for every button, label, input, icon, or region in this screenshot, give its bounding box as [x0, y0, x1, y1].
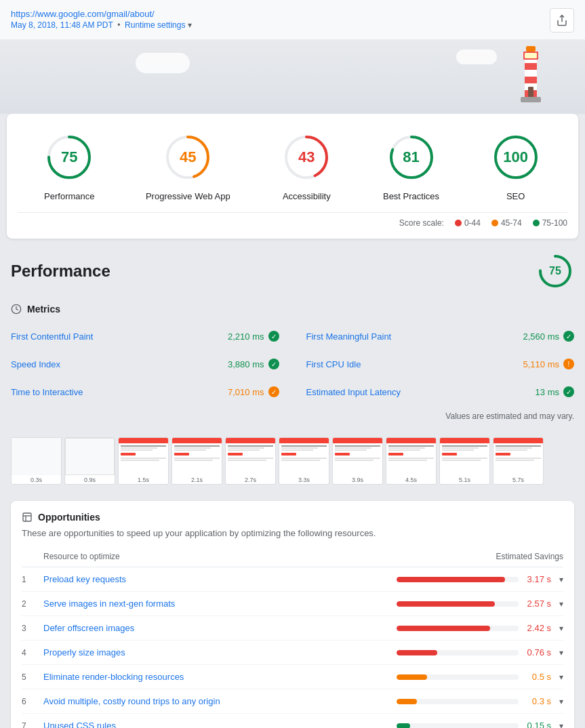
scale-label-green: 75-100 — [542, 218, 567, 228]
scale-item-red: 0-44 — [455, 218, 481, 228]
svg-rect-23 — [23, 513, 31, 521]
values-note: Values are estimated and may vary. — [11, 411, 574, 421]
opp-value-6: 0.3 s — [524, 696, 551, 706]
opp-num-7: 7 — [22, 721, 43, 729]
filmstrip-frame-1: 0.9s — [64, 437, 115, 485]
opp-savings-7: 0.15 s ▾ — [374, 721, 563, 728]
score-circle-pwa: 45 — [161, 130, 215, 184]
opp-bar-7 — [397, 723, 410, 729]
opp-row-6[interactable]: 6 Avoid multiple, costly round trips to … — [22, 689, 563, 714]
score-card-performance[interactable]: 75 Performance — [42, 130, 96, 201]
lighthouse-icon — [514, 46, 548, 110]
scale-item-green: 75-100 — [533, 218, 567, 228]
metric-time-to-interactive: Time to Interactive 7,010 ms ✓ — [11, 378, 293, 406]
opp-name-4: Properly size images — [43, 647, 374, 658]
opp-num-3: 3 — [22, 624, 43, 633]
metric-estimated-input-latency: Estimated Input Latency 13 ms ✓ — [293, 378, 575, 406]
opp-chevron-6[interactable]: ▾ — [559, 697, 563, 706]
opp-chevron-4[interactable]: ▾ — [559, 648, 563, 658]
opp-chevron-7[interactable]: ▾ — [559, 721, 563, 729]
opportunities-title: Opportunities — [38, 512, 100, 523]
header-meta: May 8, 2018, 11:48 AM PDT • Runtime sett… — [11, 20, 192, 30]
scale-label-orange: 45-74 — [501, 218, 522, 228]
opp-name-5: Eliminate render-blocking resources — [43, 672, 374, 682]
score-label-performance: Performance — [44, 191, 94, 201]
score-label-accessibility: Accessibility — [283, 191, 331, 201]
score-cards: 75 Performance 45 Progressive Web App 43… — [18, 130, 567, 201]
performance-score-text: 75 — [549, 265, 561, 277]
opp-value-4: 0.76 s — [524, 647, 551, 658]
opportunities-table-header: Resource to optimize Estimated Savings — [22, 549, 563, 567]
score-card-best-practices[interactable]: 81 Best Practices — [383, 130, 439, 201]
col-resource-header: Resource to optimize — [22, 552, 374, 561]
score-circle-best-practices: 81 — [384, 130, 439, 184]
score-value-seo: 100 — [503, 148, 528, 166]
opp-bar-track-4 — [397, 650, 519, 655]
cloud-right — [456, 49, 497, 64]
scale-dot-red — [455, 220, 462, 226]
metrics-icon — [11, 304, 22, 315]
performance-section-title: Performance 75 — [11, 252, 574, 290]
opp-chevron-3[interactable]: ▾ — [559, 624, 563, 633]
metrics-label: Metrics — [27, 304, 60, 315]
header: https://www.google.com/gmail/about/ May … — [0, 0, 585, 39]
metric-first-contentful-paint: First Contentful Paint 2,210 ms ✓ — [11, 323, 293, 350]
performance-title-text: Performance — [11, 262, 110, 281]
opp-value-3: 2.42 s — [524, 623, 551, 633]
opp-num-4: 4 — [22, 648, 43, 658]
opp-bar-2 — [397, 601, 495, 607]
opp-bar-4 — [397, 650, 437, 655]
score-value-performance: 75 — [61, 148, 77, 166]
share-button[interactable] — [550, 8, 574, 33]
metric-first-meaningful-paint: First Meaningful Paint 2,560 ms ✓ — [293, 323, 575, 350]
score-circle-performance: 75 — [42, 130, 96, 184]
score-circle-accessibility: 43 — [279, 130, 334, 184]
cloud-left — [136, 53, 190, 73]
score-scale: Score scale: 0-44 45-74 75-100 — [18, 212, 567, 228]
opp-savings-2: 2.57 s ▾ — [374, 599, 563, 609]
filmstrip-frame-4: 2.7s — [225, 437, 276, 485]
opportunities-icon — [22, 512, 33, 523]
page-url[interactable]: https://www.google.com/gmail/about/ — [11, 9, 155, 19]
opp-row-4[interactable]: 4 Properly size images 0.76 s ▾ — [22, 641, 563, 665]
score-value-accessibility: 43 — [298, 148, 315, 166]
opp-chevron-2[interactable]: ▾ — [559, 599, 563, 609]
score-label-best-practices: Best Practices — [383, 191, 439, 201]
score-label-pwa: Progressive Web App — [146, 191, 230, 201]
filmstrip-frame-6: 3.9s — [332, 437, 383, 485]
metric-speed-index: Speed Index 3,880 ms ✓ — [11, 350, 293, 378]
opp-row-1[interactable]: 1 Preload key requests 3.17 s ▾ — [22, 567, 563, 592]
metric-first-cpu-idle: First CPU Idle 5,110 ms ! — [293, 350, 575, 378]
score-scale-label: Score scale: — [399, 218, 444, 228]
score-card-seo[interactable]: 100 SEO — [489, 130, 543, 201]
scale-item-orange: 45-74 — [491, 218, 522, 228]
metrics-grid: First Contentful Paint 2,210 ms ✓ First … — [11, 323, 574, 406]
score-label-seo: SEO — [506, 191, 525, 201]
scale-dot-green — [533, 220, 540, 226]
opportunities-header: Opportunities — [22, 512, 563, 523]
col-savings-header: Estimated Savings — [374, 552, 563, 561]
svg-rect-3 — [525, 53, 537, 58]
opp-chevron-1[interactable]: ▾ — [559, 575, 563, 584]
opp-bar-track-2 — [397, 601, 519, 607]
opp-bar-6 — [397, 699, 417, 704]
opp-chevron-5[interactable]: ▾ — [559, 672, 563, 682]
metrics-header: Metrics — [11, 304, 574, 315]
score-circle-seo: 100 — [489, 130, 543, 184]
opp-bar-track-5 — [397, 674, 519, 680]
filmstrip-frame-3: 2.1s — [172, 437, 222, 485]
runtime-settings-link[interactable]: Runtime settings — [125, 20, 185, 30]
score-card-pwa[interactable]: 45 Progressive Web App — [146, 130, 230, 201]
opportunities-rows: 1 Preload key requests 3.17 s ▾ 2 Serve … — [22, 567, 563, 728]
opp-num-2: 2 — [22, 599, 43, 609]
score-card-accessibility[interactable]: 43 Accessibility — [279, 130, 334, 201]
svg-rect-9 — [528, 87, 533, 97]
opp-savings-3: 2.42 s ▾ — [374, 623, 563, 633]
opp-row-5[interactable]: 5 Eliminate render-blocking resources 0.… — [22, 665, 563, 689]
opp-row-7[interactable]: 7 Unused CSS rules 0.15 s ▾ — [22, 714, 563, 728]
opp-row-3[interactable]: 3 Defer offscreen images 2.42 s ▾ — [22, 616, 563, 641]
opp-name-3: Defer offscreen images — [43, 623, 374, 633]
main-content: Performance 75 Metrics First Contentful … — [0, 239, 585, 728]
opp-value-1: 3.17 s — [524, 574, 551, 584]
opp-row-2[interactable]: 2 Serve images in next-gen formats 2.57 … — [22, 592, 563, 616]
